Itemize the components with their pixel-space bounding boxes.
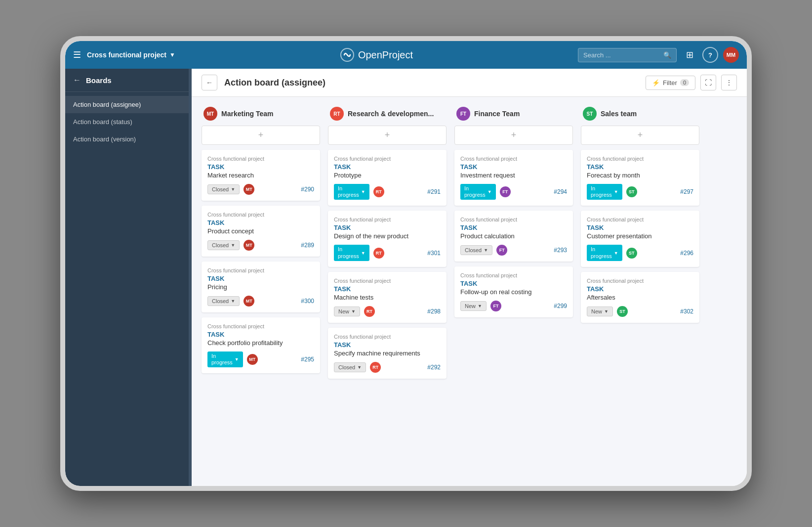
column-header-sales-team: ST Sales team [581,107,699,121]
help-icon[interactable]: ? [702,47,718,63]
card-project: Cross functional project [334,334,441,340]
card-title: Follow-up on real costing [460,288,567,296]
card-type: TASK [334,224,441,231]
card-footer: Closed ▼ RT #292 [334,362,441,373]
card-project: Cross functional project [460,156,567,162]
card-project: Cross functional project [460,272,567,278]
card-project: Cross functional project [207,267,314,273]
column-marketing-team: MT Marketing Team + Cross functional pro… [202,107,320,378]
card-title: Pricing [207,283,314,291]
card-footer: New ▼ RT #298 [334,306,441,317]
sidebar: ← Boards Action board (assignee) Action … [65,69,189,486]
column-research-development: RT Research & developmen... + Cross func… [328,107,447,384]
card-project: Cross functional project [587,217,693,222]
card-title: Investment request [460,172,567,179]
card-assignee: ST [617,306,628,317]
status-badge[interactable]: Inprogress ▼ [207,351,243,367]
search-input[interactable] [583,51,659,59]
header-right: 🔍 ⊞ ? MM [578,47,739,63]
card-footer: Closed ▼ MT #289 [207,240,314,251]
status-badge[interactable]: Inprogress ▼ [587,245,622,261]
fullscreen-button[interactable]: ⛶ [700,75,716,90]
card-assignee: ST [626,186,637,197]
sidebar-item-action-board-version[interactable]: Action board (version) [65,131,189,148]
card-project: Cross functional project [334,278,441,284]
card-type: TASK [207,275,314,282]
status-badge[interactable]: Closed ▼ [207,184,240,194]
status-badge[interactable]: New ▼ [334,307,360,316]
filter-button[interactable]: ⚡ Filter 0 [646,76,695,90]
more-options-button[interactable]: ⋮ [721,75,737,90]
card-footer: Closed ▼ MT #290 [207,184,314,195]
status-badge[interactable]: New ▼ [587,307,613,316]
sidebar-item-action-board-assignee[interactable]: Action board (assignee) [65,96,189,113]
card-id: #302 [680,308,693,315]
project-name[interactable]: Cross functional project ▼ [87,51,175,59]
status-badge[interactable]: Inprogress ▼ [334,184,369,200]
card-id: #294 [554,188,567,195]
search-box[interactable]: 🔍 [578,48,677,62]
logo: OpenProject [340,48,413,62]
card-assignee: MT [244,240,254,251]
card-assignee: FT [500,186,511,197]
card-id: #290 [301,186,314,193]
card-assignee: MT [247,354,258,365]
card-marketing-team-1: Cross functional project TASK Product co… [202,206,320,257]
card-id: #291 [427,188,441,195]
card-footer: Inprogress ▼ ST #297 [587,184,693,200]
card-type: TASK [460,163,567,171]
card-type: TASK [207,163,314,171]
card-project: Cross functional project [207,156,314,162]
search-icon: 🔍 [663,51,671,59]
filter-icon: ⚡ [652,79,660,87]
card-footer: Inprogress ▼ ST #296 [587,245,693,261]
card-footer: Inprogress ▼ RT #301 [334,245,441,261]
card-assignee: RT [373,248,384,259]
filter-count: 0 [680,79,689,86]
add-card-button-sales-team[interactable]: + [581,126,699,145]
column-sales-team: ST Sales team + Cross functional project… [581,107,699,328]
card-id: #298 [427,308,441,315]
add-card-button-research-development[interactable]: + [328,126,447,145]
card-type: TASK [587,163,693,171]
card-assignee: RT [373,186,384,197]
status-badge[interactable]: Closed ▼ [207,296,240,306]
card-sales-team-1: Cross functional project TASK Customer p… [581,211,699,266]
grid-apps-icon[interactable]: ⊞ [682,47,697,63]
card-research-development-3: Cross functional project TASK Specify ma… [328,328,447,379]
status-badge[interactable]: Closed ▼ [207,240,240,250]
sidebar-item-action-board-status[interactable]: Action board (status) [65,113,189,131]
status-badge[interactable]: New ▼ [460,301,487,311]
column-finance-team: FT Finance Team + Cross functional proje… [454,107,573,322]
card-footer: Inprogress ▼ MT #295 [207,351,314,367]
card-sales-team-2: Cross functional project TASK Aftersales… [581,272,699,323]
status-badge[interactable]: Inprogress ▼ [587,184,622,200]
card-research-development-2: Cross functional project TASK Machine te… [328,272,447,323]
card-assignee: RT [364,306,375,317]
card-finance-team-1: Cross functional project TASK Product ca… [454,211,573,262]
card-id: #295 [301,356,314,363]
card-title: Machine tests [334,294,441,301]
card-title: Customer presentation [587,232,693,240]
card-type: TASK [460,280,567,287]
project-dropdown-chevron: ▼ [169,51,175,58]
status-dropdown-arrow: ▼ [351,309,356,314]
add-card-button-marketing-team[interactable]: + [202,126,320,145]
sidebar-back-button[interactable]: ← [73,76,81,85]
status-badge[interactable]: Closed ▼ [334,362,366,372]
back-arrow-button[interactable]: ← [202,75,217,90]
card-project: Cross functional project [587,156,693,162]
card-id: #301 [427,250,441,257]
content-header: ← Action board (assignee) ⚡ Filter 0 ⛶ ⋮ [192,69,747,97]
column-avatar-marketing-team: MT [203,107,217,121]
status-badge[interactable]: Inprogress ▼ [334,245,369,261]
sidebar-nav: Action board (assignee) Action board (st… [65,92,189,152]
card-id: #300 [301,298,314,305]
card-footer: New ▼ ST #302 [587,306,693,317]
avatar[interactable]: MM [723,47,739,63]
add-card-button-finance-team[interactable]: + [454,126,573,145]
hamburger-menu-icon[interactable]: ☰ [73,49,81,60]
status-badge[interactable]: Closed ▼ [460,245,492,255]
status-badge[interactable]: Inprogress ▼ [460,184,496,200]
card-marketing-team-0: Cross functional project TASK Market res… [202,150,320,201]
